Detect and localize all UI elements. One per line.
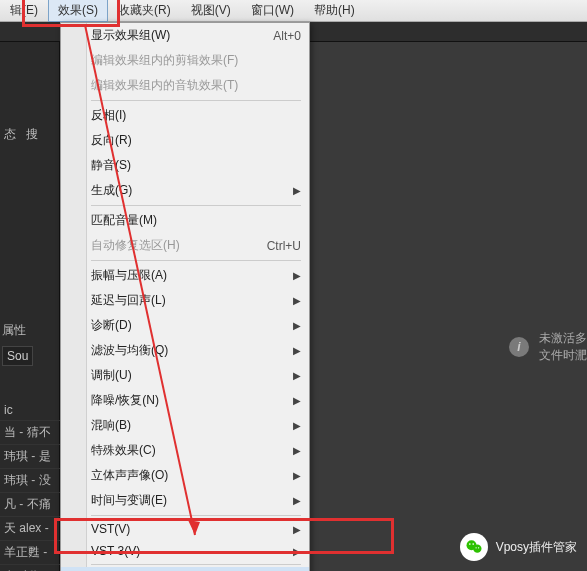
menu-item[interactable]: 静音(S) [61,153,309,178]
notice-line-1: 未激活多 [539,330,587,347]
wechat-label: Vposy插件管家 [496,539,577,556]
menu-effects[interactable]: 效果(S) [48,0,108,22]
menu-item-label: 振幅与压限(A) [91,267,167,284]
svg-point-1 [473,545,481,553]
menu-item[interactable]: 滤波与均衡(Q)▶ [61,338,309,363]
menu-item-label: 编辑效果组内的音轨效果(T) [91,77,238,94]
menu-item[interactable]: 特殊效果(C)▶ [61,438,309,463]
file-list: ic 当 - 猜不 玮琪 - 是 玮琪 - 没 凡 - 不痛 天 alex - … [0,400,60,571]
menu-shortcut: Ctrl+U [267,239,301,253]
menu-separator [91,260,301,261]
tab-status[interactable]: 态 [4,127,16,141]
list-item[interactable]: 玮琪 - 是 [0,445,60,469]
chevron-right-icon: ▶ [293,185,301,196]
menu-item[interactable]: 调制(U)▶ [61,363,309,388]
menu-item[interactable]: 降噪/恢复(N)▶ [61,388,309,413]
list-item[interactable]: 羊正甦 - [0,541,60,565]
menu-item[interactable]: 显示效果组(W)Alt+0 [61,23,309,48]
menu-item-label: 调制(U) [91,367,132,384]
svg-point-2 [469,543,471,545]
chevron-right-icon: ▶ [293,320,301,331]
properties-label: 属性 [2,322,26,339]
chevron-right-icon: ▶ [293,524,301,535]
svg-point-4 [475,547,476,548]
list-item[interactable]: 当 - 猜不 [0,421,60,445]
menu-item-label: 降噪/恢复(N) [91,392,159,409]
menu-item[interactable]: 反相(I) [61,103,309,128]
menu-item-label: 编辑效果组内的剪辑效果(F) [91,52,238,69]
chevron-right-icon: ▶ [293,270,301,281]
notice-panel: i 未激活多 文件时淝 [509,330,587,364]
menu-item[interactable]: 振幅与压限(A)▶ [61,263,309,288]
list-item[interactable]: 凡 - 不痛 [0,493,60,517]
properties-value[interactable]: Sou [2,346,33,366]
menu-favorites[interactable]: 收藏夹(R) [108,0,181,22]
menu-separator [91,515,301,516]
menu-item[interactable]: 反向(R) [61,128,309,153]
menu-item[interactable]: VST(V)▶ [61,518,309,540]
chevron-right-icon: ▶ [293,420,301,431]
menu-item[interactable]: 匹配音量(M) [61,208,309,233]
menu-help[interactable]: 帮助(H) [304,0,365,22]
menu-item-label: VST 3(V) [91,544,140,558]
chevron-right-icon: ▶ [293,470,301,481]
wechat-watermark: Vposy插件管家 [460,533,577,561]
chevron-right-icon: ▶ [293,295,301,306]
menubar: 辑(E) 效果(S) 收藏夹(R) 视图(V) 窗口(W) 帮助(H) [0,0,587,22]
menu-edit[interactable]: 辑(E) [0,0,48,22]
menu-item-label: VST(V) [91,522,130,536]
tab-search[interactable]: 搜 [26,127,38,141]
menu-item-label: 反相(I) [91,107,126,124]
menu-item-label: 显示效果组(W) [91,27,170,44]
info-icon: i [509,337,529,357]
menu-item[interactable]: 时间与变调(E)▶ [61,488,309,513]
chevron-right-icon: ▶ [293,345,301,356]
menu-item-label: 立体声声像(O) [91,467,168,484]
menu-item-label: 滤波与均衡(Q) [91,342,168,359]
menu-item-label: 诊断(D) [91,317,132,334]
menu-item[interactable]: 生成(G)▶ [61,178,309,203]
list-item[interactable]: 天 alex - [0,517,60,541]
menu-item[interactable]: 诊断(D)▶ [61,313,309,338]
menu-item: 编辑效果组内的剪辑效果(F) [61,48,309,73]
svg-point-3 [472,543,474,545]
chevron-right-icon: ▶ [293,546,301,557]
effects-menu-dropdown: 显示效果组(W)Alt+0编辑效果组内的剪辑效果(F)编辑效果组内的音轨效果(T… [60,22,310,571]
menu-item-label: 自动修复选区(H) [91,237,180,254]
notice-line-2: 文件时淝 [539,347,587,364]
menu-item[interactable]: 音频增效工具管理器(P)... [61,567,309,571]
menu-item: 自动修复选区(H)Ctrl+U [61,233,309,258]
menu-item-label: 延迟与回声(L) [91,292,166,309]
svg-point-5 [478,547,479,548]
menu-item: 编辑效果组内的音轨效果(T) [61,73,309,98]
menu-item[interactable]: 混响(B)▶ [61,413,309,438]
menu-item-label: 反向(R) [91,132,132,149]
menu-view[interactable]: 视图(V) [181,0,241,22]
menu-item-label: 时间与变调(E) [91,492,167,509]
menu-item[interactable]: VST 3(V)▶ [61,540,309,562]
menu-item-label: 匹配音量(M) [91,212,157,229]
chevron-right-icon: ▶ [293,370,301,381]
menu-separator [91,100,301,101]
menu-shortcut: Alt+0 [273,29,301,43]
menu-item-label: 混响(B) [91,417,131,434]
chevron-right-icon: ▶ [293,495,301,506]
menu-item[interactable]: 立体声声像(O)▶ [61,463,309,488]
list-item[interactable]: 女时代 - [0,565,60,571]
menu-item[interactable]: 延迟与回声(L)▶ [61,288,309,313]
menu-separator [91,564,301,565]
menu-item-label: 特殊效果(C) [91,442,156,459]
menu-item-label: 生成(G) [91,182,132,199]
menu-item-label: 静音(S) [91,157,131,174]
menu-window[interactable]: 窗口(W) [241,0,304,22]
chevron-right-icon: ▶ [293,395,301,406]
wechat-icon [460,533,488,561]
menu-separator [91,205,301,206]
list-item[interactable]: ic [0,400,60,421]
list-item[interactable]: 玮琪 - 没 [0,469,60,493]
chevron-right-icon: ▶ [293,445,301,456]
